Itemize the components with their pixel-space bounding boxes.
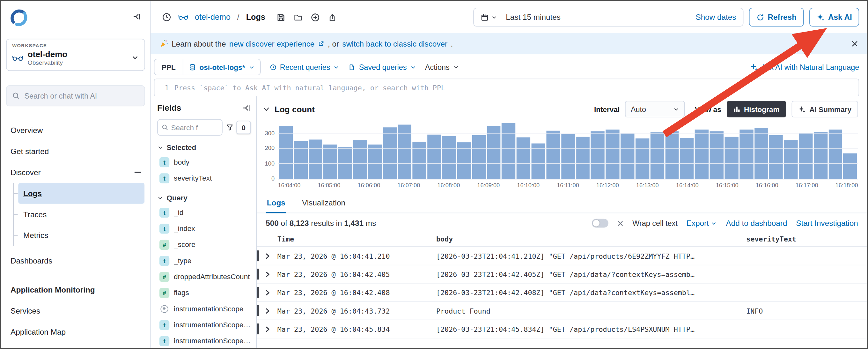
table-row[interactable]: Mar 23, 2026 @ 16:04:42.405[2026-03-23T2… bbox=[257, 265, 867, 284]
histogram-bar[interactable] bbox=[546, 131, 560, 179]
col-body[interactable]: body bbox=[436, 235, 746, 243]
save-icon[interactable] bbox=[276, 12, 286, 22]
field-item[interactable]: #flags bbox=[157, 285, 251, 300]
histogram-bar[interactable] bbox=[769, 135, 783, 179]
ai-summary-button[interactable]: AI Summary bbox=[792, 101, 858, 117]
datasource-selector[interactable]: osi-otel-logs* bbox=[183, 59, 260, 75]
field-item[interactable]: t_id bbox=[157, 204, 251, 221]
histogram-bar[interactable] bbox=[695, 129, 709, 179]
histogram-bar[interactable] bbox=[338, 147, 352, 179]
sidebar-item-overview[interactable]: Overview bbox=[1, 120, 150, 141]
recent-queries-button[interactable]: Recent queries bbox=[270, 63, 340, 71]
table-row[interactable]: Mar 23, 2026 @ 16:04:45.834[2026-03-23T2… bbox=[257, 320, 867, 338]
col-severity[interactable]: severityText bbox=[746, 235, 867, 243]
sidebar-collapse-icon[interactable] bbox=[132, 12, 141, 21]
share-icon[interactable] bbox=[328, 12, 337, 22]
histogram-bar[interactable] bbox=[606, 129, 620, 179]
field-item[interactable]: instrumentationScope bbox=[157, 301, 251, 317]
fields-filter-button[interactable]: 0 bbox=[226, 121, 251, 134]
expand-row-icon[interactable] bbox=[265, 271, 271, 277]
open-folder-icon[interactable] bbox=[293, 12, 303, 22]
start-investigation-link[interactable]: Start Investigation bbox=[796, 219, 858, 228]
actions-button[interactable]: Actions bbox=[425, 63, 459, 71]
saved-queries-button[interactable]: Saved queries bbox=[348, 63, 416, 71]
histogram-bar[interactable] bbox=[324, 145, 337, 179]
breadcrumb-workspace-link[interactable]: otel-demo bbox=[195, 13, 230, 22]
histogram-bar[interactable] bbox=[309, 139, 322, 179]
query-editor[interactable]: 1 Press `space` to Ask AI with natural l… bbox=[154, 79, 859, 97]
histogram-bar[interactable] bbox=[621, 134, 634, 179]
new-discover-link[interactable]: new discover experience bbox=[229, 39, 315, 48]
histogram-bar[interactable] bbox=[487, 126, 501, 179]
field-item[interactable]: t_type bbox=[157, 253, 251, 269]
expand-row-icon[interactable] bbox=[265, 308, 271, 314]
field-item[interactable]: tinstrumentationScope… bbox=[157, 333, 251, 348]
wrap-text-toggle[interactable] bbox=[592, 219, 609, 228]
expand-row-icon[interactable] bbox=[265, 326, 271, 332]
classic-discover-link[interactable]: switch back to classic discover bbox=[342, 39, 448, 48]
histogram-bar[interactable] bbox=[442, 136, 456, 179]
histogram-bar[interactable] bbox=[680, 138, 693, 179]
ask-ai-natural-language-button[interactable]: Ask AI with Natural Language bbox=[750, 63, 859, 71]
sidebar-item-dashboards[interactable]: Dashboards bbox=[1, 251, 150, 271]
recent-history-icon[interactable] bbox=[162, 12, 172, 22]
col-time[interactable]: Time bbox=[277, 235, 436, 243]
collapse-section-icon[interactable] bbox=[134, 172, 141, 173]
fields-section-header[interactable]: Query bbox=[157, 194, 251, 202]
table-row[interactable]: Mar 23, 2026 @ 16:04:41.210[2026-03-23T2… bbox=[257, 247, 867, 265]
histogram-bar[interactable] bbox=[784, 140, 798, 179]
fields-search-input[interactable] bbox=[171, 123, 218, 132]
histogram-bar[interactable] bbox=[650, 133, 664, 179]
histogram-bar[interactable] bbox=[383, 127, 397, 179]
collapse-chart-icon[interactable] bbox=[262, 105, 270, 113]
histogram-bar[interactable] bbox=[428, 135, 441, 179]
histogram-bar[interactable] bbox=[636, 139, 649, 179]
fields-section-header[interactable]: Selected bbox=[157, 144, 251, 152]
histogram-bar[interactable] bbox=[710, 131, 723, 179]
histogram-bar[interactable] bbox=[740, 129, 753, 179]
sidebar-item-application-map[interactable]: Application Map bbox=[1, 321, 150, 342]
refresh-button[interactable]: Refresh bbox=[749, 8, 804, 27]
workspace-selector[interactable]: WORKSPACE otel-demo Observability bbox=[6, 39, 145, 71]
fields-collapse-icon[interactable] bbox=[242, 104, 251, 112]
histogram-bar[interactable] bbox=[457, 142, 471, 179]
time-range-value[interactable]: Last 15 minutes bbox=[506, 13, 561, 22]
sidebar-item-logs[interactable]: Logs bbox=[18, 183, 145, 204]
histogram-bar[interactable] bbox=[353, 140, 367, 179]
expand-row-icon[interactable] bbox=[265, 289, 271, 295]
date-range-picker[interactable]: Last 15 minutes Show dates bbox=[473, 8, 743, 27]
histogram-bar[interactable] bbox=[829, 129, 842, 179]
field-item[interactable]: tbody bbox=[157, 154, 251, 170]
expand-row-icon[interactable] bbox=[265, 253, 271, 259]
sidebar-item-services[interactable]: Services bbox=[1, 300, 150, 321]
tab-visualization[interactable]: Visualization bbox=[301, 194, 346, 213]
sidebar-item-traces[interactable]: Traces bbox=[18, 204, 145, 225]
tab-logs[interactable]: Logs bbox=[266, 194, 286, 213]
calendar-icon[interactable] bbox=[480, 13, 501, 21]
histogram-bar[interactable] bbox=[754, 128, 768, 179]
clear-icon[interactable] bbox=[617, 220, 623, 226]
show-dates-link[interactable]: Show dates bbox=[696, 13, 736, 22]
fields-search[interactable] bbox=[157, 119, 223, 136]
field-item[interactable]: tseverityText bbox=[157, 170, 251, 186]
sidebar-item-get-started[interactable]: Get started bbox=[1, 141, 150, 162]
field-item[interactable]: t_index bbox=[157, 221, 251, 236]
histogram-bar[interactable] bbox=[472, 135, 486, 179]
histogram-bar[interactable] bbox=[843, 154, 857, 179]
sidebar-search-input[interactable] bbox=[24, 92, 139, 100]
histogram-bar[interactable] bbox=[413, 142, 426, 179]
query-language-button[interactable]: PPL bbox=[154, 59, 183, 75]
histogram-bar[interactable] bbox=[502, 123, 516, 179]
interval-select[interactable]: Auto bbox=[625, 101, 685, 117]
histogram-bar[interactable] bbox=[517, 137, 530, 179]
field-item[interactable]: #droppedAttributesCount bbox=[157, 269, 251, 285]
sidebar-item-application-monitoring[interactable]: Application Monitoring bbox=[1, 279, 150, 300]
histogram-bar[interactable] bbox=[368, 145, 382, 179]
table-row[interactable]: Mar 23, 2026 @ 16:04:43.732Product Found… bbox=[257, 302, 867, 320]
histogram-bar[interactable] bbox=[398, 124, 412, 179]
histogram-bar[interactable] bbox=[665, 131, 679, 179]
histogram-bar[interactable] bbox=[576, 137, 590, 179]
histogram-bar[interactable] bbox=[294, 141, 308, 179]
export-button[interactable]: Export bbox=[687, 219, 717, 228]
histogram-bar[interactable] bbox=[814, 132, 828, 179]
